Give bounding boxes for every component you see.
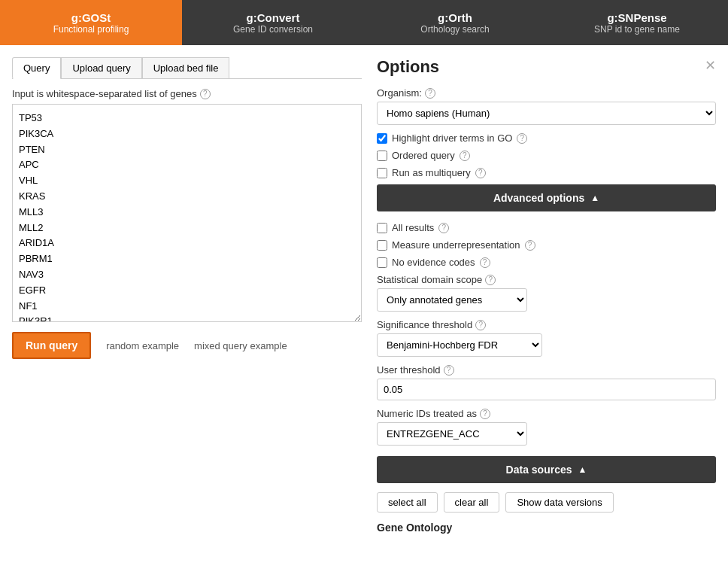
select-all-button[interactable]: select all [377, 492, 438, 513]
stat-domain-row: Statistical domain scope ? Only annotate… [377, 274, 716, 312]
measure-underrepresentation-label: Measure underrepresentation [392, 239, 520, 251]
significance-threshold-label: Significance threshold ? [377, 319, 716, 330]
no-evidence-codes-checkbox[interactable] [377, 257, 387, 268]
nav-gorth[interactable]: g:Orth Orthology search [364, 0, 546, 45]
query-actions: Run query random example mixed query exa… [12, 332, 362, 359]
nav-gorth-title: g:Orth [438, 11, 472, 24]
highlight-driver-row: Highlight driver terms in GO ? [377, 132, 716, 144]
gene-textarea[interactable]: TP53 PIK3CA PTEN APC VHL KRAS MLL3 MLL2 … [12, 104, 362, 322]
gene-input-help-icon[interactable]: ? [200, 89, 211, 99]
significance-threshold-row: Significance threshold ? Benjamini-Hochb… [377, 319, 716, 357]
random-example-link[interactable]: random example [106, 340, 179, 351]
gene-input-label: Input is whitespace-separated list of ge… [12, 88, 362, 99]
data-source-actions: select all clear all Show data versions [377, 492, 716, 513]
user-threshold-input[interactable] [377, 379, 716, 400]
numeric-ids-row: Numeric IDs treated as ? ENTREZGENE_ACC … [377, 408, 716, 446]
gene-ontology-title: Gene Ontology [377, 522, 716, 534]
all-results-checkbox[interactable] [377, 223, 387, 233]
ordered-query-help-icon[interactable]: ? [460, 151, 470, 161]
no-evidence-codes-label: No evidence codes [392, 257, 475, 268]
ordered-query-row: Ordered query ? [377, 150, 716, 161]
no-evidence-codes-row: No evidence codes ? [377, 257, 716, 268]
organism-label: Organism: ? [377, 87, 716, 99]
advanced-options-button[interactable]: Advanced options ▲ [377, 184, 716, 211]
organism-help-icon[interactable]: ? [425, 88, 435, 99]
multiquery-help-icon[interactable]: ? [475, 168, 486, 178]
options-title: Options [377, 57, 716, 77]
stat-domain-select[interactable]: Only annotated genes All known genes Cus… [377, 288, 527, 312]
show-data-versions-button[interactable]: Show data versions [505, 492, 613, 513]
nav-gsnpense-title: g:SNPense [607, 11, 666, 24]
nav-gconvert-title: g:Convert [247, 11, 300, 24]
left-panel: Query Upload query Upload bed file Input… [12, 57, 362, 534]
clear-all-button[interactable]: clear all [444, 492, 500, 513]
tab-upload-query[interactable]: Upload query [61, 57, 141, 78]
advanced-caret-up-icon: ▲ [590, 193, 599, 203]
ordered-query-label: Ordered query [392, 150, 455, 161]
stat-domain-help-icon[interactable]: ? [485, 275, 496, 285]
user-threshold-row: User threshold ? [377, 364, 716, 400]
user-threshold-label: User threshold ? [377, 364, 716, 376]
measure-underrep-help-icon[interactable]: ? [525, 240, 535, 251]
organism-row: Organism: ? Homo sapiens (Human) Mus mus… [377, 87, 716, 125]
tab-query[interactable]: Query [12, 57, 61, 79]
multiquery-label: Run as multiquery [392, 167, 471, 178]
no-evidence-help-icon[interactable]: ? [480, 257, 490, 268]
highlight-driver-label: Highlight driver terms in GO [392, 132, 512, 144]
all-results-label: All results [392, 222, 434, 233]
close-icon[interactable]: ✕ [705, 57, 716, 74]
query-tabs: Query Upload query Upload bed file [12, 57, 362, 79]
stat-domain-label: Statistical domain scope ? [377, 274, 716, 285]
nav-gconvert-subtitle: Gene ID conversion [233, 24, 313, 35]
data-sources-button[interactable]: Data sources ▲ [377, 456, 716, 483]
data-sources-caret-up-icon: ▲ [578, 464, 587, 475]
nav-gsnpense[interactable]: g:SNPense SNP id to gene name [546, 0, 728, 45]
user-threshold-help-icon[interactable]: ? [444, 365, 454, 376]
significance-threshold-select[interactable]: Benjamini-Hochberg FDR Bonferroni correc… [377, 333, 542, 357]
tab-upload-bed[interactable]: Upload bed file [142, 57, 230, 78]
advanced-options-label: Advanced options [493, 192, 584, 204]
nav-gost-subtitle: Functional profiling [53, 24, 129, 35]
nav-gost[interactable]: g:GOSt Functional profiling [0, 0, 182, 45]
right-panel: ✕ Options Organism: ? Homo sapiens (Huma… [377, 57, 716, 534]
top-nav: g:GOSt Functional profiling g:Convert Ge… [0, 0, 728, 45]
nav-gsnpense-subtitle: SNP id to gene name [594, 24, 680, 35]
nav-gconvert[interactable]: g:Convert Gene ID conversion [182, 0, 364, 45]
multiquery-row: Run as multiquery ? [377, 167, 716, 178]
numeric-ids-select[interactable]: ENTREZGENE_ACC ENSEMBL_GENE UNIPROTSWISS… [377, 422, 527, 446]
all-results-row: All results ? [377, 222, 716, 233]
multiquery-checkbox[interactable] [377, 168, 387, 178]
nav-gost-title: g:GOSt [71, 11, 111, 24]
measure-underrepresentation-row: Measure underrepresentation ? [377, 239, 716, 251]
measure-underrepresentation-checkbox[interactable] [377, 240, 387, 251]
ordered-query-checkbox[interactable] [377, 151, 387, 161]
highlight-driver-help-icon[interactable]: ? [517, 133, 527, 144]
numeric-ids-help-icon[interactable]: ? [480, 409, 490, 419]
data-sources-label: Data sources [506, 464, 572, 476]
numeric-ids-label: Numeric IDs treated as ? [377, 408, 716, 419]
highlight-driver-checkbox[interactable] [377, 133, 387, 144]
significance-threshold-help-icon[interactable]: ? [475, 320, 486, 330]
organism-select[interactable]: Homo sapiens (Human) Mus musculus (Mouse… [377, 102, 716, 125]
run-query-button[interactable]: Run query [12, 332, 91, 359]
mixed-query-example-link[interactable]: mixed query example [194, 340, 287, 351]
all-results-help-icon[interactable]: ? [438, 223, 449, 233]
nav-gorth-subtitle: Orthology search [420, 24, 489, 35]
